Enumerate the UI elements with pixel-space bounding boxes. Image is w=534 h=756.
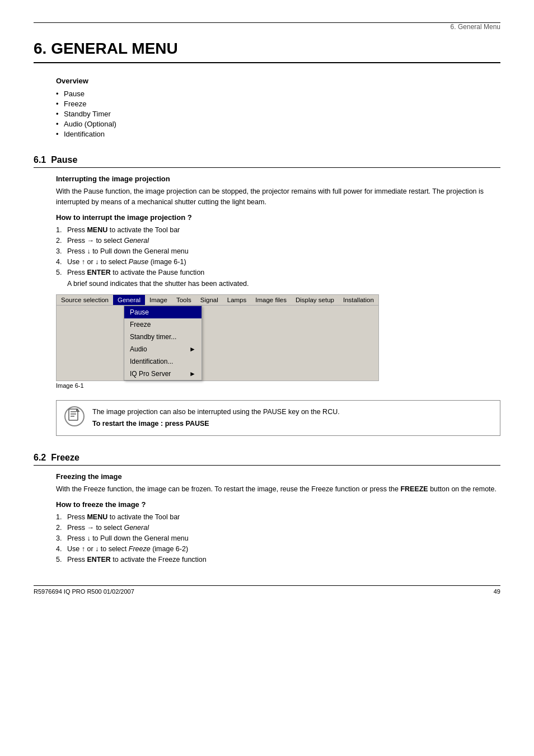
overview-list: Pause Freeze Standby Timer Audio (Option… bbox=[56, 90, 500, 138]
menubar-lamps: Lamps bbox=[223, 295, 251, 305]
svg-rect-3 bbox=[71, 416, 74, 417]
menubar-source: Source selection bbox=[57, 295, 113, 305]
section-62-header: 6.2 Freeze bbox=[34, 453, 500, 466]
howto-freeze-title: How to freeze the image ? bbox=[56, 500, 500, 509]
svg-rect-2 bbox=[71, 414, 76, 415]
section-61-header: 6.1 Pause bbox=[34, 155, 500, 168]
chapter-title: 6. GENERAL MENU bbox=[34, 40, 500, 63]
step-2: 2. Press → to select General bbox=[56, 237, 500, 245]
footer-right: 49 bbox=[494, 588, 500, 595]
dropdown-item-identification: Identification... bbox=[124, 355, 202, 368]
section-62-body: Freezing the image With the Freeze funct… bbox=[56, 472, 500, 564]
menubar-installation: Installation bbox=[339, 295, 378, 305]
freezing-body: With the Freeze function, the image can … bbox=[56, 484, 500, 495]
menubar-image: Image bbox=[145, 295, 172, 305]
note-content: The image projection can also be interru… bbox=[92, 406, 340, 430]
note-box: The image projection can also be interru… bbox=[56, 400, 500, 436]
list-item: Standby Timer bbox=[56, 110, 500, 118]
dropdown-item-iqpro: IQ Pro Server► bbox=[124, 368, 202, 380]
dropdown-panel: Pause Freeze Standby timer... Audio► Ide… bbox=[124, 306, 202, 381]
note-line2: To restart the image : press PAUSE bbox=[92, 418, 340, 430]
list-item: Pause bbox=[56, 90, 500, 98]
note-icon bbox=[64, 406, 85, 426]
step-4: 4. Use ↑ or ↓ to select Pause (image 6-1… bbox=[56, 258, 500, 266]
step-3: 3. Press ↓ to Pull down the General menu bbox=[56, 247, 500, 255]
header-text: 6. General Menu bbox=[451, 23, 500, 31]
freeze-step-2: 2. Press → to select General bbox=[56, 524, 500, 532]
page: 6. General Menu 6. GENERAL MENU Overview… bbox=[0, 0, 534, 606]
dropdown-item-freeze: Freeze bbox=[124, 318, 202, 331]
section-62-title: 6.2 Freeze bbox=[34, 453, 79, 462]
menubar-displaysetup: Display setup bbox=[291, 295, 339, 305]
freeze-steps: 1. Press MENU to activate the Tool bar 2… bbox=[56, 513, 500, 564]
footer-left: R5976694 IQ PRO R500 01/02/2007 bbox=[34, 588, 134, 595]
freeze-step-4: 4. Use ↑ or ↓ to select Freeze (image 6-… bbox=[56, 545, 500, 553]
menubar-signal: Signal bbox=[196, 295, 223, 305]
image-label-61: Image 6-1 bbox=[56, 382, 500, 389]
dropdown-item-standby: Standby timer... bbox=[124, 331, 202, 343]
list-item: Freeze bbox=[56, 100, 500, 108]
interrupting-body: With the Pause function, the image proje… bbox=[56, 186, 500, 208]
list-item: Audio (Optional) bbox=[56, 120, 500, 128]
menubar-general: General bbox=[113, 295, 145, 305]
page-footer: R5976694 IQ PRO R500 01/02/2007 49 bbox=[34, 585, 500, 595]
overview-block: Overview Pause Freeze Standby Timer Audi… bbox=[56, 77, 500, 138]
dropdown-item-pause: Pause bbox=[124, 306, 202, 318]
activation-note: A brief sound indicates that the shutter… bbox=[67, 280, 500, 288]
menu-screenshot: Source selection General Image Tools Sig… bbox=[56, 294, 500, 389]
freezing-title: Freezing the image bbox=[56, 472, 500, 481]
freeze-step-1: 1. Press MENU to activate the Tool bar bbox=[56, 513, 500, 521]
interrupt-steps: 1. Press MENU to activate the Tool bar 2… bbox=[56, 226, 500, 276]
section-61-body: Interrupting the image projection With t… bbox=[56, 175, 500, 436]
step-5: 5. Press ENTER to activate the Pause fun… bbox=[56, 269, 500, 276]
freeze-step-3: 3. Press ↓ to Pull down the General menu bbox=[56, 534, 500, 542]
dropdown-item-audio: Audio► bbox=[124, 343, 202, 355]
freeze-step-5: 5. Press ENTER to activate the Freeze fu… bbox=[56, 556, 500, 564]
section-61-title: 6.1 Pause bbox=[34, 155, 77, 165]
svg-rect-1 bbox=[71, 411, 76, 412]
list-item: Identification bbox=[56, 130, 500, 138]
menubar-tools: Tools bbox=[172, 295, 196, 305]
step-1: 1. Press MENU to activate the Tool bar bbox=[56, 226, 500, 234]
interrupting-title: Interrupting the image projection bbox=[56, 175, 500, 183]
howto-interrupt-title: How to interrupt the image projection ? bbox=[56, 213, 500, 222]
menubar-imagefiles: Image files bbox=[251, 295, 291, 305]
overview-title: Overview bbox=[56, 77, 500, 85]
note-line1: The image projection can also be interru… bbox=[92, 406, 340, 418]
page-header: 6. General Menu bbox=[34, 22, 500, 34]
